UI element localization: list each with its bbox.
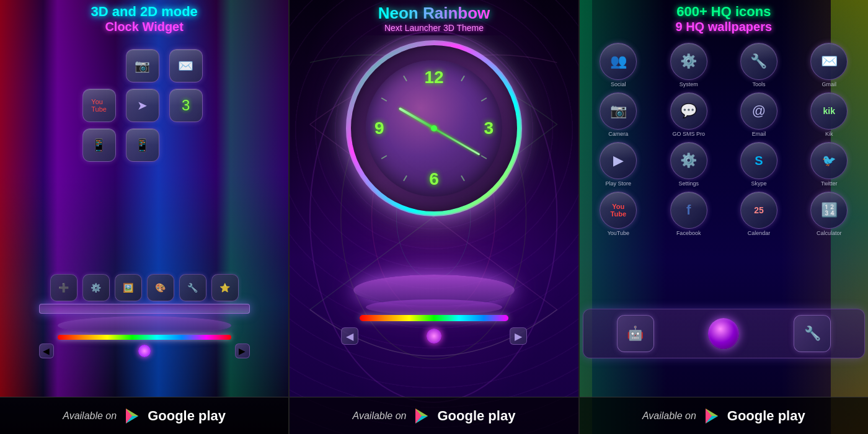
dock-icon-settings[interactable]: ⚙️: [82, 274, 110, 301]
panel1-title-line1: 3D and 2D mode: [0, 4, 288, 20]
hq-icon-email[interactable]: @: [740, 92, 777, 130]
hq-label-system: System: [680, 81, 698, 87]
panel2-content: 12 3 6 9 ◀ ▶: [290, 35, 578, 397]
dock-item-android[interactable]: 🤖: [617, 315, 654, 352]
app-icon-arrow[interactable]: ➤: [126, 89, 159, 122]
hq-label-email: Email: [752, 131, 766, 137]
hq-label-calculator: Calculator: [817, 230, 842, 236]
hq-icon-settings[interactable]: ⚙️: [670, 142, 707, 179]
hq-icon-twitter[interactable]: 🐦: [810, 142, 848, 179]
panel-hq-icons: 600+ HQ icons 9 HQ wallpapers 👥 Social ⚙…: [580, 0, 868, 434]
hq-icon-gmail[interactable]: ✉️: [810, 43, 848, 80]
panel2-header: Neon Rainbow Next Launcher 3D Theme: [290, 0, 578, 35]
icon-cell-settings: ⚙️ Settings: [656, 142, 721, 187]
panel2-title-line1: Neon Rainbow: [290, 4, 578, 23]
hq-icon-skype[interactable]: S: [740, 142, 777, 179]
hq-icon-youtube[interactable]: YouTube: [600, 192, 637, 229]
hq-label-settings: Settings: [678, 180, 699, 187]
icon-cell-youtube: YouTube YouTube: [586, 192, 651, 236]
hq-icon-tools[interactable]: 🔧: [740, 43, 777, 80]
icon-cell-twitter: 🐦 Twitter: [797, 142, 862, 187]
svg-line-13: [381, 156, 387, 159]
panel1-icon-grid: 📷 ✉️ YouTube ➤ 3 📱 📱: [82, 49, 206, 162]
hq-label-skype: Skype: [751, 180, 766, 187]
hq-label-tools: Tools: [752, 81, 765, 87]
hq-label-youtube: YouTube: [608, 230, 629, 236]
dock-bar: [39, 304, 250, 314]
hq-icon-facebook[interactable]: f: [670, 192, 707, 229]
dock-icons-row: ➕ ⚙️ 🖼️ 🎨 🔧 ⭐: [39, 274, 250, 301]
icon-cell-kik: kik Kik: [797, 92, 862, 137]
play-store-logo-2: [412, 407, 431, 425]
platform-orb: [138, 345, 151, 357]
icon-cell-email: @ Email: [726, 92, 791, 137]
clock-base-bottom: [366, 299, 502, 315]
panel2-store-text: Google play: [437, 408, 515, 424]
clock-nav-left[interactable]: ◀: [341, 327, 358, 345]
hq-label-social: Social: [611, 81, 626, 87]
hq-icon-social[interactable]: 👥: [600, 43, 637, 80]
hq-icons-grid: 👥 Social ⚙️ System 🔧 Tools ✉️ Gmail �: [586, 43, 862, 236]
hq-icon-system[interactable]: ⚙️: [670, 43, 707, 80]
dock-icon-star[interactable]: ⭐: [211, 274, 239, 301]
hq-label-camera: Camera: [608, 131, 628, 137]
dock-orb: [708, 318, 739, 349]
dock-icon-add[interactable]: ➕: [50, 274, 78, 301]
svg-line-12: [404, 175, 407, 181]
clock-rainbow-strip: [360, 315, 508, 321]
hq-icon-calendar[interactable]: 25: [740, 192, 777, 229]
icon-cell-gosms: 💬 GO SMS Pro: [656, 92, 721, 137]
platform-base: [58, 316, 231, 335]
panel3-content: 👥 Social ⚙️ System 🔧 Tools ✉️ Gmail �: [580, 37, 868, 397]
panel1-store-text: Google play: [148, 408, 226, 424]
hq-icon-playstore[interactable]: ▶: [600, 142, 637, 179]
play-store-logo-1: [123, 407, 141, 425]
clock-platform: ◀ ▶: [341, 275, 527, 347]
panel3-title-line1: 600+ HQ icons: [580, 4, 868, 20]
clock-number-6: 6: [429, 169, 439, 189]
dock-icon-image[interactable]: 🖼️: [115, 274, 142, 301]
hq-icon-calculator[interactable]: 🔢: [810, 192, 848, 229]
app-icon-camera[interactable]: 📷: [126, 49, 159, 82]
clock-bottom-controls: ◀ ▶: [341, 325, 527, 347]
main-container: 3D and 2D mode Clock Widget 📷 ✉️ YouTube…: [0, 0, 868, 434]
play-store-logo-3: [702, 407, 721, 425]
rainbow-strip-1: [58, 335, 231, 340]
app-icon-settings[interactable]: 📱: [126, 128, 159, 162]
icon-cell-calculator: 🔢 Calculator: [797, 192, 862, 236]
clock-number-9: 9: [374, 118, 384, 138]
icon-cell-camera: 📷 Camera: [586, 92, 651, 137]
app-icon-youtube[interactable]: YouTube: [82, 89, 116, 122]
panel1-title-line2: Clock Widget: [0, 20, 288, 34]
panel2-title-line2: Next Launcher 3D Theme: [290, 23, 578, 33]
app-icon-3[interactable]: 3: [169, 89, 203, 122]
dock-item-wrench[interactable]: 🔧: [794, 315, 831, 352]
panel1-content: 📷 ✉️ YouTube ➤ 3 📱 📱 ➕ ⚙️ 🖼️ 🎨 🔧 ⭐: [0, 37, 288, 397]
icon-cell-social: 👥 Social: [586, 43, 651, 87]
icon-cell-calendar: 25 Calendar: [726, 192, 791, 236]
app-icon-phone[interactable]: 📱: [82, 128, 116, 162]
bottom-icon-left[interactable]: ◀: [39, 343, 54, 358]
panel-neon-rainbow: Neon Rainbow Next Launcher 3D Theme: [290, 0, 579, 434]
hq-label-facebook: Facebook: [676, 230, 701, 236]
clock-orb: [427, 329, 441, 343]
hq-label-kik: Kik: [825, 131, 833, 137]
clock-face: 12 3 6 9: [366, 60, 502, 197]
panel1-available-text: Available on: [63, 410, 117, 422]
dock-icon-wrench[interactable]: 🔧: [179, 274, 206, 301]
clock-nav-right[interactable]: ▶: [510, 327, 527, 345]
hq-label-twitter: Twitter: [821, 180, 838, 187]
bottom-dock-panel3: 🤖 🔧: [583, 309, 865, 358]
hq-label-gosms: GO SMS Pro: [672, 131, 705, 137]
panel3-header: 600+ HQ icons 9 HQ wallpapers: [580, 0, 868, 37]
app-icon-mail1[interactable]: ✉️: [169, 49, 203, 82]
icon-cell-gmail: ✉️ Gmail: [797, 43, 862, 87]
hq-label-calendar: Calendar: [748, 230, 771, 236]
hq-icon-gosms[interactable]: 💬: [670, 92, 707, 130]
hq-icon-camera[interactable]: 📷: [600, 92, 637, 130]
bottom-icon-right[interactable]: ▶: [235, 343, 250, 358]
hq-icon-kik[interactable]: kik: [810, 92, 848, 130]
icon-cell-playstore: ▶ Play Store: [586, 142, 651, 187]
dock-icon-palette[interactable]: 🎨: [147, 274, 174, 301]
platform-panel1: ➕ ⚙️ 🖼️ 🎨 🔧 ⭐ ◀ ▶: [39, 274, 250, 360]
